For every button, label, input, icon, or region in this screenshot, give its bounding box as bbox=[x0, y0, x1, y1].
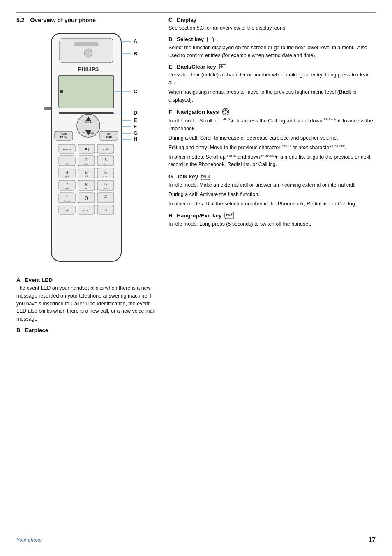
entry-c-header: C Display bbox=[168, 17, 376, 23]
svg-text:6: 6 bbox=[104, 170, 107, 175]
content-columns: 5.2 Overview of your phone bbox=[16, 17, 376, 525]
svg-text:◄): ◄) bbox=[83, 146, 90, 151]
entry-f-text4: In other modes: Scroll up call ID and do… bbox=[168, 153, 376, 169]
entry-g-text3: In other modes: Dial the selected number… bbox=[168, 200, 376, 208]
svg-text:format: format bbox=[64, 200, 70, 202]
svg-text:wxyz: wxyz bbox=[102, 187, 108, 190]
svg-text:5: 5 bbox=[85, 170, 88, 175]
entry-h-text1: In idle mode: Long press (5 seconds) to … bbox=[168, 220, 376, 228]
hang-key-icon: END ▲ bbox=[224, 212, 234, 219]
svg-text:TALK: TALK bbox=[201, 175, 211, 179]
entry-d-body: Select the function displayed on the scr… bbox=[168, 44, 376, 60]
entry-b: B Earpiece bbox=[16, 327, 156, 333]
entry-b-header: B Earpiece bbox=[16, 327, 156, 333]
svg-text:G: G bbox=[134, 130, 138, 136]
svg-text:exit: exit bbox=[107, 132, 111, 135]
page: 5.2 Overview of your phone bbox=[0, 0, 392, 556]
entry-d: D Select key Select the function display… bbox=[168, 36, 376, 60]
svg-text:#: # bbox=[104, 194, 107, 199]
entry-g-header: G Talk key TALK bbox=[168, 173, 376, 180]
svg-text:2: 2 bbox=[85, 157, 88, 162]
svg-rect-7 bbox=[59, 112, 114, 114]
entry-a-header: A Event LED bbox=[16, 277, 156, 283]
section-title: Overview of your phone bbox=[30, 17, 95, 23]
svg-marker-86 bbox=[224, 109, 227, 111]
entry-g: G Talk key TALK In idle mode: Make an ex… bbox=[168, 173, 376, 208]
entry-c-title: Display bbox=[177, 17, 196, 23]
svg-text:ghi: ghi bbox=[65, 175, 69, 178]
svg-text:tuv: tuv bbox=[85, 187, 88, 190]
entry-f-text3: Editing and entry: Move to the previous … bbox=[168, 144, 376, 152]
svg-rect-82 bbox=[44, 107, 51, 110]
svg-text:TALK: TALK bbox=[60, 136, 68, 139]
entry-h-title: Hang-up/Exit key bbox=[177, 212, 222, 219]
phone-and-labels: PHILIPS call ID bbox=[27, 29, 146, 273]
svg-text:int: int bbox=[104, 208, 108, 212]
entry-d-header: D Select key bbox=[168, 36, 376, 43]
entry-c-body: See section 5.3 for an overview of the d… bbox=[168, 24, 376, 32]
phone-svg: PHILIPS call ID bbox=[27, 29, 146, 272]
svg-text:call ID: call ID bbox=[84, 120, 92, 123]
svg-text:mno: mno bbox=[103, 175, 108, 178]
entry-h: H Hang-up/Exit key END ▲ In idle mode: L… bbox=[168, 212, 376, 228]
back-key-icon bbox=[219, 63, 227, 70]
entry-e-letter: E bbox=[168, 64, 174, 70]
svg-text:B: B bbox=[134, 51, 137, 57]
svg-text:F: F bbox=[134, 123, 137, 129]
svg-text:4: 4 bbox=[66, 170, 68, 175]
svg-text:cmd: cmd bbox=[83, 208, 89, 212]
svg-text:abc: abc bbox=[84, 163, 88, 165]
nav-key-icon bbox=[221, 108, 230, 116]
svg-text:C: C bbox=[134, 88, 138, 95]
svg-text:3: 3 bbox=[104, 157, 107, 162]
footer: Your phone 17 bbox=[16, 533, 376, 544]
svg-text:jkl: jkl bbox=[85, 175, 88, 178]
phone-diagram: PHILIPS call ID bbox=[16, 29, 156, 273]
entry-e-bold: Back bbox=[339, 89, 351, 95]
svg-text:PHILIPS: PHILIPS bbox=[78, 66, 99, 72]
svg-marker-89 bbox=[227, 111, 228, 113]
svg-text:redial: redial bbox=[102, 148, 110, 151]
svg-rect-5 bbox=[59, 75, 114, 108]
svg-marker-87 bbox=[224, 113, 227, 115]
svg-marker-88 bbox=[223, 111, 224, 113]
svg-text:flash: flash bbox=[61, 132, 67, 135]
entry-a-letter: A bbox=[16, 277, 20, 283]
footer-page-number: 17 bbox=[368, 536, 376, 544]
svg-text:0: 0 bbox=[85, 195, 88, 201]
entry-f-text2: During a call: Scroll to increase or dec… bbox=[168, 134, 376, 142]
entry-e-text2: When navigating menus, press to move to … bbox=[168, 88, 376, 104]
svg-marker-83 bbox=[212, 37, 214, 39]
entry-f: F Navigation keys In idle mode: Scroll u… bbox=[168, 108, 376, 168]
entry-b-title: Earpiece bbox=[25, 327, 48, 333]
entry-d-text: Select the function displayed on the scr… bbox=[168, 44, 376, 60]
entry-b-letter: B bbox=[16, 327, 21, 333]
entry-g-text1: In idle mode: Make an external call or a… bbox=[168, 181, 376, 189]
entry-a-title: Event LED bbox=[25, 277, 53, 283]
entry-f-letter: F bbox=[168, 109, 174, 115]
top-rule bbox=[16, 12, 376, 13]
entry-e-text1: Press to clear (delete) a character or n… bbox=[168, 71, 376, 87]
entry-e-title: Back/Clear key bbox=[177, 64, 216, 70]
svg-text:E: E bbox=[134, 117, 137, 123]
entry-d-title: Select key bbox=[177, 36, 204, 42]
svg-text:9: 9 bbox=[104, 182, 107, 187]
svg-text:Ph.Book: Ph.Book bbox=[83, 131, 94, 134]
entry-a: A Event LED The event LED on your handse… bbox=[16, 277, 156, 323]
svg-text:def: def bbox=[104, 163, 108, 165]
svg-text:▲: ▲ bbox=[231, 212, 233, 215]
section-header: 5.2 Overview of your phone bbox=[16, 17, 156, 23]
entry-e: E Back/Clear key Press to clear (delete)… bbox=[168, 63, 376, 104]
entry-h-letter: H bbox=[168, 212, 174, 219]
entry-e-header: E Back/Clear key bbox=[168, 63, 376, 70]
entry-c: C Display See section 5.3 for an overvie… bbox=[168, 17, 376, 32]
svg-text:H: H bbox=[134, 136, 137, 142]
entry-h-body: In idle mode: Long press (5 seconds) to … bbox=[168, 220, 376, 228]
entry-c-text: See section 5.3 for an overview of the d… bbox=[168, 24, 376, 32]
svg-point-6 bbox=[60, 90, 63, 93]
svg-text:8: 8 bbox=[85, 182, 88, 187]
svg-text:7: 7 bbox=[66, 182, 68, 187]
entry-g-body: In idle mode: Make an external call or a… bbox=[168, 181, 376, 208]
entry-f-header: F Navigation keys bbox=[168, 108, 376, 116]
svg-text:pqrs: pqrs bbox=[65, 187, 69, 190]
